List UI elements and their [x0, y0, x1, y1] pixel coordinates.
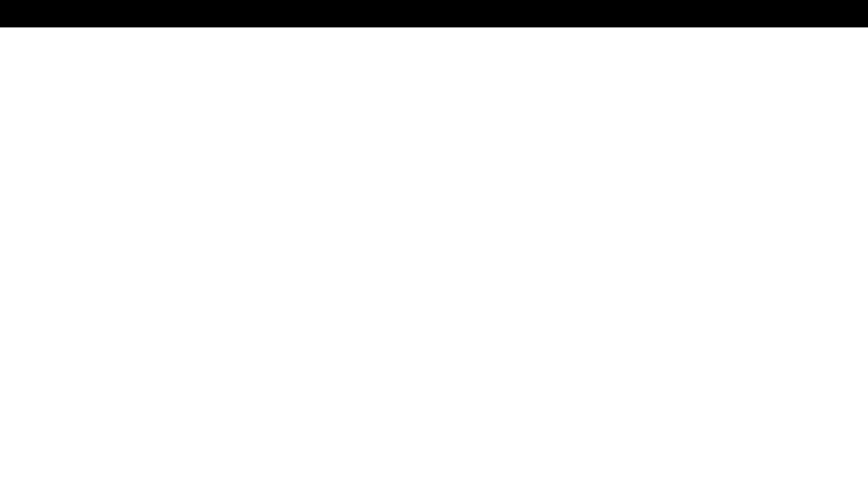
top-black-bar — [0, 0, 868, 27]
